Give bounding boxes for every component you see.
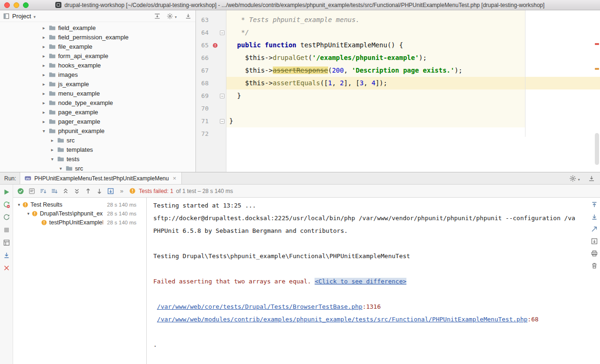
export-console-icon[interactable] [591, 238, 598, 245]
editor-scrollbar[interactable] [593, 10, 600, 172]
fold-marker-icon[interactable] [220, 94, 225, 98]
code-line-68[interactable]: $this->assertEquals([1, 2], [3, 4]); [229, 77, 593, 89]
test-tree-item[interactable]: testPhpUnitExampleM28 s 140 ms [13, 218, 146, 227]
chevron-right-icon[interactable]: ▸ [41, 53, 46, 59]
chevron-right-icon[interactable]: ▸ [41, 44, 46, 49]
folder-name: field_permission_example [58, 34, 128, 41]
sort-by-duration-icon[interactable] [39, 187, 47, 195]
chevron-right-icon[interactable]: ▸ [50, 147, 55, 152]
project-tree-item-pager_example[interactable]: ▸pager_example [0, 117, 195, 126]
scrollbar-thumb[interactable] [595, 133, 599, 165]
chevron-down-icon[interactable]: ▾ [50, 156, 55, 162]
test-console-output[interactable]: Testing started at 13:25 ...sftp://docke… [147, 198, 588, 364]
chevron-down-icon[interactable]: ▾ [25, 211, 31, 216]
project-tree-item-src[interactable]: ▸src [0, 135, 195, 145]
more-actions-chevron-icon[interactable] [120, 187, 123, 194]
scroll-to-end-icon[interactable] [3, 252, 10, 259]
up-stack-trace-icon[interactable] [591, 201, 598, 208]
chevron-down-icon[interactable]: ▾ [41, 128, 46, 134]
expand-all-icon[interactable] [62, 187, 69, 195]
code-line-65[interactable]: public function testPhpUnitExampleMenu()… [229, 39, 593, 52]
code-line-69[interactable]: } [229, 89, 593, 102]
scroll-from-source-icon[interactable] [154, 13, 161, 20]
hide-panel-icon[interactable] [588, 175, 595, 182]
chevron-right-icon[interactable]: ▸ [41, 63, 46, 68]
jump-to-source-icon[interactable] [591, 225, 598, 233]
chevron-right-icon[interactable]: ▸ [50, 138, 55, 143]
restore-layout-icon[interactable] [3, 239, 10, 246]
project-tree-item-page_example[interactable]: ▸page_example [0, 107, 195, 117]
chevron-right-icon[interactable]: ▸ [41, 25, 46, 30]
code-line-63[interactable]: * Tests phpunit_example menus. [229, 14, 593, 26]
run-tab[interactable]: php PHPUnitExampleMenuTest.testPhpUnitEx… [20, 172, 182, 184]
chevron-right-icon[interactable]: ▸ [41, 119, 46, 124]
rerun-icon[interactable] [3, 188, 10, 196]
code-line-67[interactable]: $this->assertResponse(200, 'Description … [229, 64, 593, 77]
chevron-right-icon[interactable]: ▸ [41, 82, 46, 87]
project-tree-item-js_example[interactable]: ▸js_example [0, 79, 195, 89]
project-tree-item-images[interactable]: ▸images [0, 70, 195, 79]
project-tree-item-hooks_example[interactable]: ▸hooks_example [0, 60, 195, 70]
show-ignored-icon[interactable] [28, 187, 36, 195]
console-link[interactable]: /var/www/web/modules/contrib/examples/ph… [157, 316, 528, 323]
code-line-72[interactable] [229, 127, 593, 140]
settings-icon[interactable] [166, 13, 173, 20]
error-stripe-mark[interactable] [595, 43, 599, 45]
console-link[interactable]: <Click to see difference> [315, 278, 406, 285]
rerun-failed-icon[interactable] [3, 201, 10, 208]
close-icon[interactable] [3, 264, 10, 272]
sort-alphabetically-icon[interactable] [51, 187, 58, 195]
fold-marker-icon[interactable] [220, 30, 225, 35]
project-tree-item-phpunit_example[interactable]: ▾phpunit_example [0, 126, 195, 135]
project-tree-item-field_permission_example[interactable]: ▸field_permission_example [0, 32, 195, 42]
code-line-71[interactable]: } [229, 115, 593, 127]
project-tool-window-icon[interactable] [3, 13, 10, 20]
collapse-all-icon[interactable] [73, 187, 81, 195]
zoom-window-button[interactable] [23, 2, 29, 8]
console-link[interactable]: /var/www/web/core/tests/Drupal/Tests/Bro… [157, 303, 362, 310]
minimize-window-button[interactable] [14, 2, 19, 8]
project-tree-item-src[interactable]: ▾src [0, 163, 195, 172]
project-tree-item-file_example[interactable]: ▸file_example [0, 42, 195, 51]
stop-icon[interactable] [3, 226, 10, 234]
code-line-64[interactable]: */ [229, 26, 593, 39]
hide-panel-icon[interactable] [185, 13, 192, 20]
close-window-button[interactable] [4, 2, 10, 8]
chevron-right-icon[interactable]: ▸ [41, 100, 46, 105]
close-tab-icon[interactable] [172, 175, 177, 182]
chevron-right-icon[interactable]: ▸ [41, 91, 46, 96]
chevron-right-icon[interactable]: ▸ [41, 72, 46, 77]
code-line-70[interactable] [229, 102, 593, 115]
test-tree-item[interactable]: ▾Test Results28 s 140 ms [13, 200, 146, 209]
failed-test-gutter-icon[interactable] [210, 42, 220, 49]
chevron-right-icon[interactable]: ▸ [41, 35, 46, 40]
code-line-66[interactable]: $this->drupalGet('/examples/phpunit-exam… [229, 52, 593, 64]
settings-icon[interactable] [569, 175, 577, 182]
chevron-down-icon[interactable] [33, 12, 36, 20]
down-stack-trace-icon[interactable] [591, 213, 598, 221]
warning-stripe-mark[interactable] [595, 68, 599, 70]
clear-all-icon[interactable] [591, 262, 598, 269]
project-tree-item-menu_example[interactable]: ▸menu_example [0, 89, 195, 98]
chevron-right-icon[interactable]: ▸ [41, 110, 46, 115]
run-content: ▾Test Results28 s 140 ms▾Drupal\Tests\ph… [13, 198, 600, 364]
next-occurrence-icon[interactable] [96, 187, 103, 195]
code-token: */ [229, 29, 249, 36]
previous-occurrence-icon[interactable] [84, 187, 92, 195]
project-tree-item-form_api_example[interactable]: ▸form_api_example [0, 51, 195, 60]
project-tree-item-templates[interactable]: ▸templates [0, 145, 195, 154]
chevron-down-icon[interactable]: ▾ [58, 166, 63, 171]
project-tree-item-tests[interactable]: ▾tests [0, 154, 195, 163]
print-icon[interactable] [591, 250, 598, 257]
chevron-down-icon[interactable]: ▾ [16, 202, 22, 207]
editor-code[interactable]: * Tests phpunit_example menus. */ public… [227, 10, 593, 140]
show-passed-icon[interactable] [17, 187, 24, 195]
toggle-auto-test-icon[interactable] [3, 214, 10, 221]
project-panel-title[interactable]: Project [12, 13, 31, 20]
code-editor[interactable]: 63646566676869707172 * Tests phpunit_exa… [196, 10, 600, 172]
export-test-results-icon[interactable] [107, 187, 114, 195]
fold-marker-icon[interactable] [220, 119, 225, 124]
project-tree-item-field_example[interactable]: ▸field_example [0, 23, 195, 32]
test-tree-item[interactable]: ▾Drupal\Tests\phpunit_ex28 s 140 ms [13, 209, 146, 218]
project-tree-item-node_type_example[interactable]: ▸node_type_example [0, 98, 195, 107]
